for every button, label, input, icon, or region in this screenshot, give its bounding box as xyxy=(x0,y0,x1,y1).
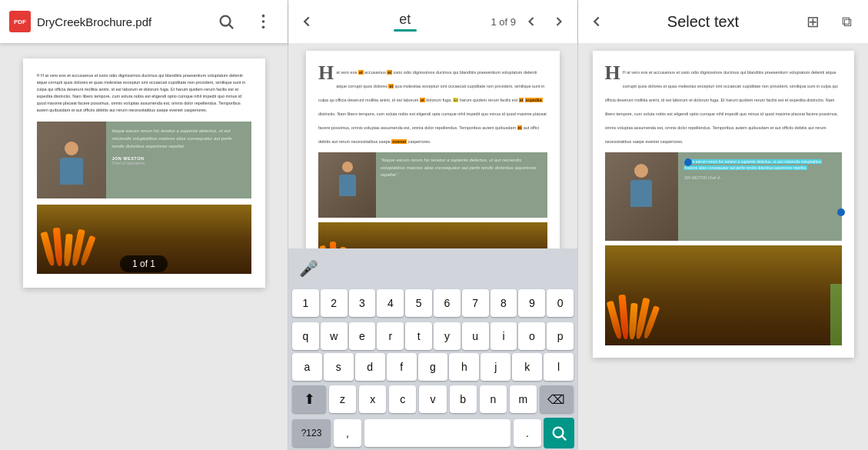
key-n[interactable]: n xyxy=(480,385,507,413)
key-i[interactable]: i xyxy=(491,322,517,350)
panel3-header: Select text ⊞ ⧉ xyxy=(578,0,868,43)
key-7[interactable]: 7 xyxy=(462,289,489,317)
search-bar[interactable] xyxy=(322,12,487,32)
back-button-p2[interactable] xyxy=(294,9,319,34)
period-key[interactable]: . xyxy=(514,419,541,447)
pdf-body-text: H H at vero eos et accusamus et iusto od… xyxy=(37,72,251,114)
pdf-page-2: H at vero eos et accusamus et iusto odio… xyxy=(306,51,560,248)
key-9[interactable]: 9 xyxy=(518,289,545,317)
panel1-header: PDF DryCreekBrochure.pdf xyxy=(0,0,288,43)
keyboard-search-row: 🎤 xyxy=(288,252,577,285)
keyboard-row-2: a s d f g h j k l xyxy=(288,352,577,382)
selection-start-handle[interactable] xyxy=(684,158,692,166)
key-b[interactable]: b xyxy=(450,385,477,413)
svg-point-4 xyxy=(261,26,264,29)
space-bar[interactable] xyxy=(364,419,510,447)
svg-line-6 xyxy=(562,436,566,440)
next-page-button[interactable] xyxy=(547,9,571,34)
key-r[interactable]: r xyxy=(377,322,404,350)
testimonial-text: Itaque earum rerum hic tenetur a sapient… xyxy=(106,122,251,198)
keyboard: 🎤 1 2 3 4 5 6 7 8 9 0 q w e r t y u i o … xyxy=(288,248,577,450)
selection-end-handle[interactable] xyxy=(837,208,845,216)
key-u[interactable]: u xyxy=(462,322,489,350)
key-j[interactable]: j xyxy=(481,353,510,381)
search-underline xyxy=(394,29,417,32)
key-g[interactable]: g xyxy=(418,353,448,381)
keyboard-row-3: ⬆ z x c v b n m ⌫ xyxy=(288,382,577,416)
person-photo xyxy=(37,122,106,198)
pdf-testimonial-card: Itaque earum rerum hic tenetur a sapient… xyxy=(37,122,251,198)
key-6[interactable]: 6 xyxy=(434,289,461,317)
key-p[interactable]: p xyxy=(547,322,574,350)
keyboard-number-row: 1 2 3 4 5 6 7 8 9 0 xyxy=(288,285,577,321)
pdf-page: H H at vero eos et accusamus et iusto od… xyxy=(23,58,265,288)
key-m[interactable]: m xyxy=(510,385,537,413)
svg-point-5 xyxy=(554,428,564,438)
key-3[interactable]: 3 xyxy=(349,289,376,317)
key-f[interactable]: f xyxy=(387,353,417,381)
copy-icon[interactable]: ⧉ xyxy=(831,6,862,37)
back-button-p3[interactable] xyxy=(584,9,609,34)
key-8[interactable]: 8 xyxy=(491,289,517,317)
symbols-key[interactable]: ?123 xyxy=(292,419,331,447)
pdf-file-icon: PDF xyxy=(9,11,31,32)
comma-key[interactable]: , xyxy=(334,419,361,447)
panel-pdf-viewer: PDF DryCreekBrochure.pdf H H at vero eos… xyxy=(0,0,288,450)
key-0[interactable]: 0 xyxy=(547,289,574,317)
key-y[interactable]: y xyxy=(434,322,461,350)
panel1-document-area: H H at vero eos et accusamus et iusto od… xyxy=(0,43,288,450)
key-l[interactable]: l xyxy=(544,353,574,381)
pdf-title: DryCreekBrochure.pdf xyxy=(37,15,205,28)
more-options-button[interactable] xyxy=(248,6,278,37)
key-s[interactable]: s xyxy=(324,353,354,381)
carrot-image-3 xyxy=(605,245,842,345)
key-h[interactable]: h xyxy=(449,353,479,381)
key-c[interactable]: c xyxy=(389,385,416,413)
key-d[interactable]: d xyxy=(355,353,385,381)
person-photo-3 xyxy=(605,152,678,241)
panel3-title: Select text xyxy=(612,13,794,31)
svg-point-0 xyxy=(221,16,231,26)
key-k[interactable]: k xyxy=(512,353,542,381)
key-a[interactable]: a xyxy=(292,353,322,381)
page-info: 1 of 9 xyxy=(491,16,516,28)
drop-cap-h: H xyxy=(37,73,40,78)
drop-cap-h2: H xyxy=(318,63,334,83)
key-z[interactable]: z xyxy=(329,385,356,413)
key-x[interactable]: x xyxy=(359,385,386,413)
svg-line-1 xyxy=(229,25,233,28)
person-photo-2 xyxy=(318,152,376,218)
page-navigation: 1 of 9 xyxy=(491,9,571,34)
key-2[interactable]: 2 xyxy=(321,289,348,317)
grid-select-icon[interactable]: ⊞ xyxy=(797,6,828,37)
svg-point-3 xyxy=(261,20,264,23)
keyboard-bottom-row: ?123 , . xyxy=(288,416,577,450)
testimonial-selected-text[interactable]: Itaque earum rerum hic tenetur a sapient… xyxy=(678,152,842,241)
key-v[interactable]: v xyxy=(419,385,446,413)
key-e[interactable]: e xyxy=(349,322,376,350)
microphone-icon[interactable]: 🎤 xyxy=(294,255,322,282)
right-edge-greenery xyxy=(830,284,842,345)
delete-key[interactable]: ⌫ xyxy=(540,385,574,413)
keyboard-search-button[interactable] xyxy=(544,418,574,448)
search-input[interactable] xyxy=(322,12,487,28)
panel-select-text: Select text ⊞ ⧉ H H at vero eos et accus… xyxy=(578,0,868,450)
drop-cap-h3: H xyxy=(605,63,620,83)
key-q[interactable]: q xyxy=(292,322,319,350)
keyboard-row-1: q w e r t y u i o p xyxy=(288,321,577,352)
search-button[interactable] xyxy=(211,6,241,37)
panel3-document-area: H H at vero eos et accusamus et iusto od… xyxy=(578,43,868,450)
pdf-page-3: H H at vero eos et accusamus et iusto od… xyxy=(593,51,854,358)
key-w[interactable]: w xyxy=(321,322,348,350)
key-o[interactable]: o xyxy=(518,322,545,350)
key-t[interactable]: t xyxy=(405,322,432,350)
key-4[interactable]: 4 xyxy=(377,289,404,317)
shift-key[interactable]: ⬆ xyxy=(292,385,326,413)
key-5[interactable]: 5 xyxy=(405,289,432,317)
key-1[interactable]: 1 xyxy=(292,289,319,317)
panel-search: 1 of 9 H at vero eos et accusamus et ius… xyxy=(288,0,578,450)
carrot-image-2 xyxy=(318,222,547,248)
testimonial-text-2: "Itaque earum rerum hic tenetur a sapien… xyxy=(376,152,547,218)
svg-point-2 xyxy=(261,15,264,18)
prev-page-button[interactable] xyxy=(519,9,544,34)
